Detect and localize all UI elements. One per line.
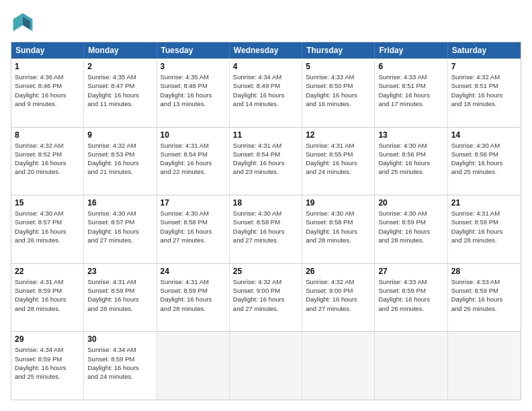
day-info: Sunset: 8:56 PM xyxy=(451,150,517,158)
day-info: and 24 minutes. xyxy=(87,372,152,381)
header-day-thursday: Thursday xyxy=(302,42,375,58)
day-info: Sunset: 8:59 PM xyxy=(161,286,226,295)
calendar-day-18: 18Sunrise: 4:30 AMSunset: 8:58 PMDayligh… xyxy=(230,195,302,263)
calendar-day-6: 6Sunrise: 4:33 AMSunset: 8:51 PMDaylight… xyxy=(375,59,447,127)
logo-icon xyxy=(11,11,35,35)
header-day-saturday: Saturday xyxy=(448,42,521,58)
day-info: Sunrise: 4:30 AM xyxy=(451,141,517,150)
day-info: Sunset: 8:59 PM xyxy=(451,286,517,295)
day-info: Daylight: 16 hours xyxy=(378,91,443,99)
calendar-day-23: 23Sunrise: 4:31 AMSunset: 8:59 PMDayligh… xyxy=(84,264,157,332)
day-info: Sunrise: 4:31 AM xyxy=(161,277,226,286)
calendar-day-29: 29Sunrise: 4:34 AMSunset: 8:59 PMDayligh… xyxy=(11,332,84,400)
day-info: Sunset: 8:59 PM xyxy=(378,218,443,226)
day-info: and 25 minutes. xyxy=(378,167,443,176)
day-info: Sunset: 8:54 PM xyxy=(233,150,298,158)
day-info: Sunrise: 4:31 AM xyxy=(161,141,226,150)
calendar-day-9: 9Sunrise: 4:32 AMSunset: 8:53 PMDaylight… xyxy=(84,128,157,195)
day-info: Daylight: 16 hours xyxy=(378,227,443,236)
day-number: 26 xyxy=(306,267,371,276)
calendar-day-1: 1Sunrise: 4:36 AMSunset: 8:46 PMDaylight… xyxy=(11,59,84,127)
day-info: Daylight: 16 hours xyxy=(15,158,80,167)
header-day-tuesday: Tuesday xyxy=(157,42,230,58)
day-info: Daylight: 16 hours xyxy=(451,295,517,304)
day-info: Sunrise: 4:33 AM xyxy=(378,277,443,286)
calendar-day-2: 2Sunrise: 4:35 AMSunset: 8:47 PMDaylight… xyxy=(84,59,157,127)
calendar-day-16: 16Sunrise: 4:30 AMSunset: 8:57 PMDayligh… xyxy=(84,195,157,263)
day-info: Sunrise: 4:31 AM xyxy=(451,209,517,218)
day-info: Daylight: 16 hours xyxy=(378,158,443,167)
day-number: 9 xyxy=(87,130,152,140)
calendar-day-10: 10Sunrise: 4:31 AMSunset: 8:54 PMDayligh… xyxy=(157,128,230,195)
day-info: Sunset: 8:56 PM xyxy=(378,150,443,158)
day-info: Daylight: 16 hours xyxy=(161,158,226,167)
day-info: Sunset: 8:47 PM xyxy=(87,81,152,90)
logo xyxy=(11,11,38,35)
calendar-day-21: 21Sunrise: 4:31 AMSunset: 8:59 PMDayligh… xyxy=(448,195,521,263)
calendar-week-2: 8Sunrise: 4:32 AMSunset: 8:52 PMDaylight… xyxy=(11,127,521,195)
calendar-day-17: 17Sunrise: 4:30 AMSunset: 8:58 PMDayligh… xyxy=(157,195,230,263)
day-info: Sunrise: 4:30 AM xyxy=(87,209,152,218)
day-number: 8 xyxy=(15,130,80,140)
day-info: and 27 minutes. xyxy=(233,304,298,313)
day-info: Daylight: 16 hours xyxy=(15,295,80,304)
calendar-day-28: 28Sunrise: 4:33 AMSunset: 8:59 PMDayligh… xyxy=(448,264,521,332)
day-info: Daylight: 16 hours xyxy=(15,91,80,99)
day-info: Sunrise: 4:32 AM xyxy=(306,277,371,286)
calendar-day-8: 8Sunrise: 4:32 AMSunset: 8:52 PMDaylight… xyxy=(11,128,84,195)
header-day-sunday: Sunday xyxy=(11,42,84,58)
day-info: and 28 minutes. xyxy=(306,236,371,244)
day-number: 5 xyxy=(306,62,371,71)
page: SundayMondayTuesdayWednesdayThursdayFrid… xyxy=(0,0,532,411)
day-info: Sunset: 8:59 PM xyxy=(87,286,152,295)
day-info: Sunrise: 4:31 AM xyxy=(306,141,371,150)
day-info: Sunset: 8:48 PM xyxy=(161,81,226,90)
day-info: Sunset: 9:00 PM xyxy=(306,286,371,295)
calendar-day-3: 3Sunrise: 4:35 AMSunset: 8:48 PMDaylight… xyxy=(157,59,230,127)
calendar: SundayMondayTuesdayWednesdayThursdayFrid… xyxy=(11,42,521,400)
day-info: Sunrise: 4:30 AM xyxy=(306,209,371,218)
day-info: and 18 minutes. xyxy=(451,99,517,108)
day-info: and 26 minutes. xyxy=(451,304,517,313)
day-info: Daylight: 16 hours xyxy=(87,363,152,372)
day-number: 25 xyxy=(233,267,298,276)
day-info: and 25 minutes. xyxy=(15,372,80,381)
calendar-week-4: 22Sunrise: 4:31 AMSunset: 8:59 PMDayligh… xyxy=(11,263,521,332)
calendar-day-4: 4Sunrise: 4:34 AMSunset: 8:49 PMDaylight… xyxy=(230,59,302,127)
day-info: Sunrise: 4:32 AM xyxy=(233,277,298,286)
day-info: Sunset: 8:59 PM xyxy=(15,286,80,295)
day-info: Sunset: 8:57 PM xyxy=(87,218,152,226)
day-info: Daylight: 16 hours xyxy=(306,227,371,236)
day-info: and 28 minutes. xyxy=(451,236,517,244)
day-info: and 13 minutes. xyxy=(161,99,226,108)
day-info: Daylight: 16 hours xyxy=(378,295,443,304)
day-info: Sunset: 8:51 PM xyxy=(378,81,443,90)
calendar-day-empty xyxy=(230,332,302,400)
calendar-day-15: 15Sunrise: 4:30 AMSunset: 8:57 PMDayligh… xyxy=(11,195,84,263)
calendar-day-empty xyxy=(448,332,521,400)
day-info: Daylight: 16 hours xyxy=(15,227,80,236)
day-info: Daylight: 16 hours xyxy=(161,295,226,304)
day-number: 21 xyxy=(451,198,517,208)
calendar-day-empty xyxy=(157,332,230,400)
day-info: and 28 minutes. xyxy=(15,304,80,313)
day-info: Sunset: 8:59 PM xyxy=(378,286,443,295)
day-number: 13 xyxy=(378,130,443,140)
day-info: Sunrise: 4:30 AM xyxy=(161,209,226,218)
day-info: and 27 minutes. xyxy=(161,236,226,244)
day-info: and 16 minutes. xyxy=(306,99,371,108)
day-info: and 28 minutes. xyxy=(161,304,226,313)
day-info: and 22 minutes. xyxy=(161,167,226,176)
day-number: 22 xyxy=(15,267,80,276)
day-info: Sunrise: 4:34 AM xyxy=(87,345,152,354)
calendar-day-empty xyxy=(302,332,375,400)
day-info: and 27 minutes. xyxy=(87,236,152,244)
day-info: Daylight: 16 hours xyxy=(233,91,298,99)
calendar-day-empty xyxy=(375,332,447,400)
day-number: 24 xyxy=(161,267,226,276)
calendar-day-12: 12Sunrise: 4:31 AMSunset: 8:55 PMDayligh… xyxy=(302,128,375,195)
day-number: 15 xyxy=(15,198,80,208)
calendar-day-30: 30Sunrise: 4:34 AMSunset: 8:59 PMDayligh… xyxy=(84,332,157,400)
calendar-week-5: 29Sunrise: 4:34 AMSunset: 8:59 PMDayligh… xyxy=(11,331,521,400)
day-info: Sunset: 8:50 PM xyxy=(306,81,371,90)
